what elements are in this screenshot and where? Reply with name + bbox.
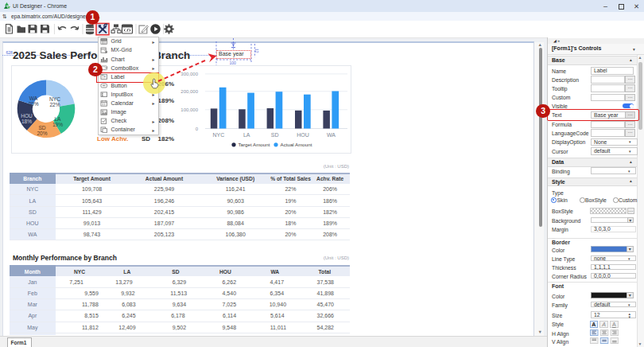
svg-text:100,000: 100,000 — [180, 107, 198, 112]
svg-text:Actual Amount: Actual Amount — [281, 142, 312, 147]
svg-text:HOU: HOU — [297, 132, 309, 138]
svg-text:0: 0 — [196, 127, 199, 131]
svg-text:WA: WA — [327, 132, 336, 138]
svg-text:SD: SD — [271, 132, 279, 138]
svg-text:NYC: NYC — [212, 132, 224, 138]
svg-text:LA: LA — [243, 132, 250, 138]
svg-text:Target Amount: Target Amount — [239, 142, 270, 147]
svg-text:100: 100 — [230, 60, 237, 65]
svg-text:12: 12 — [254, 49, 259, 53]
